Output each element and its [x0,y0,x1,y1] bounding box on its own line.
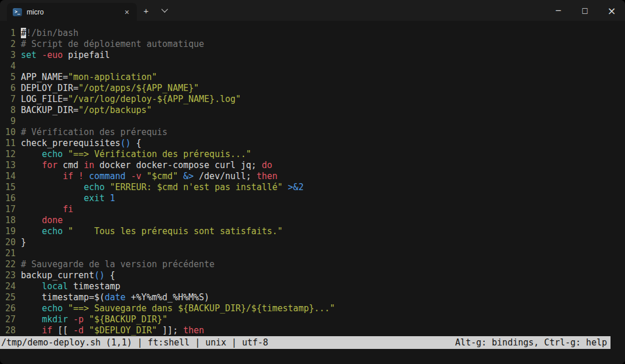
new-tab-button[interactable]: + [137,0,155,21]
status-file-info: /tmp/demo-deploy.sh (1,1) | ft:shell | u… [1,336,268,349]
line-number: 6 [0,83,21,94]
code-token: () [121,138,131,148]
code-token: backup_current [21,270,94,281]
code-line: 8BACKUP_DIR="/opt/backups" [0,105,625,116]
code-token: echo [42,149,63,159]
code-line: 27 mkdir -p "${BACKUP_DIR}" [0,314,625,325]
code-text: #!/bin/bash [21,28,78,39]
code-token [37,50,42,60]
code-token: -euo [42,50,63,60]
line-number: 22 [0,259,21,270]
code-token: { [105,270,115,281]
code-token: date [105,292,126,303]
minimize-button[interactable]: ─ [545,0,572,21]
code-text: echo " Tous les prérequis sont satisfait… [21,226,283,237]
code-token [21,160,42,170]
line-number: 13 [0,160,21,171]
code-token: pipefail [63,50,110,60]
code-text: exit 1 [21,193,115,204]
code-token: then [183,325,204,336]
code-token [105,182,110,192]
code-text: check_prerequisites() { [21,138,141,149]
titlebar[interactable]: >_ micro × + ─ □ × [0,0,625,21]
line-number: 2 [0,39,21,50]
tab-close-icon[interactable]: × [122,7,132,17]
line-number: 26 [0,303,21,314]
code-token: # Vérification des prérequis [21,127,168,137]
command-line[interactable] [0,349,625,364]
code-token: mkdir [42,314,68,325]
code-token: >&2 [288,182,304,192]
code-line: 17 fi [0,204,625,215]
code-text: set -euo pipefail [21,50,110,61]
code-text: done [21,215,63,226]
code-text: timestamp=$(date +%Y%m%d_%H%M%S) [21,292,209,303]
close-button[interactable]: × [598,0,625,21]
code-line: 14 if ! command -v "$cmd" &> /dev/null; … [0,171,625,182]
code-token: [[ [52,325,73,336]
code-token [126,171,131,181]
code-token [283,182,288,192]
code-token: -p [73,314,83,325]
code-token: cmd [57,160,83,170]
code-text: backup_current() { [21,270,115,281]
code-token: "${BACKUP_DIR}" [89,314,167,325]
maximize-button[interactable]: □ [572,0,598,21]
line-number: 17 [0,204,21,215]
code-line: 1#!/bin/bash [0,28,625,39]
code-line: 16 exit 1 [0,193,625,204]
line-number: 24 [0,281,21,292]
code-text: fi [21,204,73,215]
code-text: LOG_FILE="/var/log/deploy-${APP_NAME}.lo… [21,94,241,105]
code-token: set [21,50,37,60]
code-token: echo [42,303,63,314]
code-token: "/opt/backups" [78,105,151,115]
code-token: " Tous les prérequis sont satisfaits." [68,226,282,236]
code-token: { [131,138,141,148]
titlebar-drag-region[interactable] [174,0,545,21]
tab-dropdown-button[interactable] [155,0,174,21]
code-line: 11check_prerequisites() { [0,138,625,149]
code-token: &> [183,171,194,181]
code-line: 24 local timestamp [0,281,625,292]
code-text: echo "==> Sauvegarde dans ${BACKUP_DIR}/… [21,303,335,314]
code-token [21,204,63,214]
code-line: 22# Sauvegarde de la version précédente [0,259,625,270]
editor-lines[interactable]: 1#!/bin/bash2# Script de déploiement aut… [0,21,625,336]
code-token [21,171,63,181]
code-token [21,325,42,336]
line-number: 23 [0,270,21,281]
code-line: 19 echo " Tous les prérequis sont satisf… [0,226,625,237]
line-number: 28 [0,325,21,336]
code-token [63,226,68,236]
code-text: local timestamp [21,281,121,292]
code-token [21,182,83,192]
line-number: 7 [0,94,21,105]
code-line: 5APP_NAME="mon-application" [0,72,625,83]
code-token: () [94,270,104,281]
micro-editor[interactable]: 1#!/bin/bash2# Script de déploiement aut… [0,21,625,364]
text-cursor: # [21,28,26,38]
code-token: -v [131,171,141,181]
code-token: "$DEPLOY_DIR" [89,325,157,336]
code-token: "/opt/apps/${APP_NAME}" [78,83,199,93]
line-number: 19 [0,226,21,237]
tab-micro[interactable]: >_ micro × [7,3,137,21]
code-token: echo [42,226,63,236]
code-text: for cmd in docker docker-compose curl jq… [21,160,272,171]
code-token [73,171,78,181]
status-bar: /tmp/demo-deploy.sh (1,1) | ft:shell | u… [0,336,611,349]
tab-title: micro [27,8,117,16]
code-token [21,303,42,314]
code-line: 4 [0,61,625,72]
line-number: 9 [0,116,21,127]
code-line: 2# Script de déploiement automatique [0,39,625,50]
code-line: 6DEPLOY_DIR="/opt/apps/${APP_NAME}" [0,83,625,94]
code-token: "ERREUR: $cmd n'est pas installé" [110,182,283,192]
code-line: 10# Vérification des prérequis [0,127,625,138]
code-text: APP_NAME="mon-application" [21,72,157,83]
code-token: docker docker-compose curl jq; [94,160,261,170]
code-token: # Script de déploiement automatique [21,39,204,49]
code-token: DEPLOY_DIR= [21,83,78,93]
line-number: 21 [0,248,21,259]
